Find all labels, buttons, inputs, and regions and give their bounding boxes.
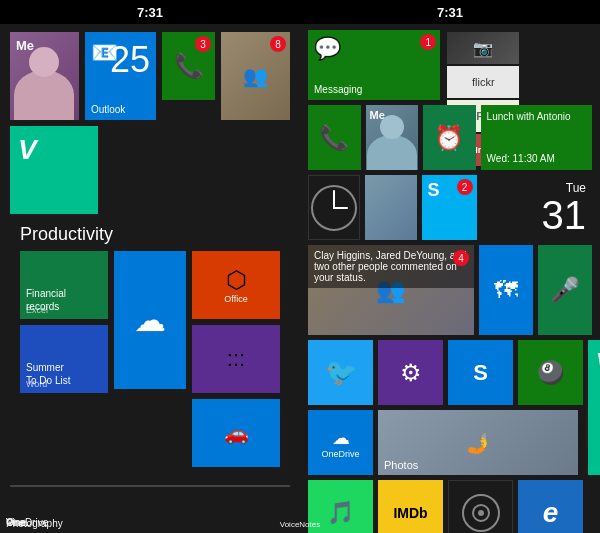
me-photo-tile[interactable] bbox=[365, 175, 417, 240]
flickr-icon: flickr bbox=[472, 76, 495, 88]
messaging-badge: 1 bbox=[420, 34, 436, 50]
left-col: Financial records Excel Summer To Do Lis… bbox=[20, 251, 108, 467]
social-photo-tile[interactable]: 👥 8 bbox=[221, 32, 290, 120]
settings-tile[interactable]: ⚙ bbox=[378, 340, 443, 405]
person-group: 👥 8 bbox=[221, 32, 290, 120]
gear-icon: ⚙ bbox=[400, 359, 422, 387]
left-tiles: Me 📧 25 Outlook 📞 3 👥 8 bbox=[0, 24, 300, 481]
status-bar-left: 7:31 bbox=[0, 0, 300, 24]
social-overlay: Clay Higgins, Jared DeYoung, and two oth… bbox=[308, 245, 474, 288]
social-badge: 4 bbox=[453, 250, 469, 266]
status-bar-right: 7:31 bbox=[300, 0, 600, 24]
messaging-label: Messaging bbox=[314, 84, 362, 95]
productivity-row: Financial records Excel Summer To Do Lis… bbox=[20, 251, 280, 467]
alarm-icon: ⏰ bbox=[434, 124, 464, 152]
excel-sub: Excel bbox=[26, 305, 48, 315]
maps-tile[interactable]: 🗺 bbox=[479, 245, 533, 335]
outlook-label: Outlook bbox=[91, 104, 125, 115]
r-row4: 👥 Clay Higgins, Jared DeYoung, and two o… bbox=[308, 245, 592, 335]
social-text: Clay Higgins, Jared DeYoung, and two oth… bbox=[314, 250, 467, 283]
ball-icon: 🎱 bbox=[537, 360, 564, 386]
photos-r-tile[interactable]: 🤳 Photos bbox=[378, 410, 578, 475]
shazam-icon: S bbox=[473, 360, 488, 386]
lunch-time: Wed: 11:30 AM bbox=[487, 153, 586, 164]
phone-tile[interactable]: 📞 3 bbox=[162, 32, 215, 100]
svg-point-5 bbox=[478, 510, 484, 516]
vine-tile[interactable]: V Vine bbox=[10, 126, 98, 214]
ball-tile[interactable]: 🎱 bbox=[518, 340, 583, 405]
map-icon: 🗺 bbox=[494, 276, 518, 304]
photo-q2: flickr bbox=[447, 66, 519, 98]
r-row2: 📞 Me ⏰ Lunch with Antonio Wed: 11:30 AM bbox=[308, 105, 592, 170]
time-left: 7:31 bbox=[137, 5, 163, 20]
left-block: 🐦 ⚙ S 🎱 ☁ OneDrive bbox=[308, 340, 583, 475]
calc-tile[interactable]: ::: bbox=[192, 325, 280, 393]
me-label: Me bbox=[16, 38, 34, 53]
messaging-tile[interactable]: 💬 1 Messaging bbox=[308, 30, 440, 100]
social-badge: 8 bbox=[270, 36, 286, 52]
photo-q1: 📷 bbox=[447, 32, 519, 64]
word-tile[interactable]: Summer To Do List Word bbox=[20, 325, 108, 393]
outlook-tile[interactable]: 📧 25 Outlook bbox=[85, 32, 156, 120]
photos-overlay: Photos bbox=[384, 459, 418, 471]
twitter-icon: 🐦 bbox=[325, 357, 357, 388]
skype-tile[interactable]: S 2 bbox=[422, 175, 476, 240]
phone-badge: 3 bbox=[195, 36, 211, 52]
skype-badge: 2 bbox=[457, 179, 473, 195]
right-col: ⬡ Office ::: 🚗 bbox=[192, 251, 280, 467]
phone-green-tile[interactable]: 📞 bbox=[308, 105, 361, 170]
cloud-icon: ☁ bbox=[134, 301, 166, 339]
r-row1: 💬 1 Messaging 📷 flickr PF Inst Photograp… bbox=[308, 30, 592, 100]
alarm-tile[interactable]: ⏰ bbox=[423, 105, 476, 170]
outlook-count: 25 bbox=[110, 42, 150, 78]
date-num: 31 bbox=[542, 195, 587, 235]
onedrive-tile[interactable]: ☁ OneDrive bbox=[114, 251, 186, 389]
calc-icon: ::: bbox=[227, 346, 245, 372]
r-row3: S 2 Tue 31 bbox=[308, 175, 592, 240]
selfie-icon: 🤳 bbox=[466, 431, 491, 455]
car-tile[interactable]: 🚗 bbox=[192, 399, 280, 467]
lunch-tile[interactable]: Lunch with Antonio Wed: 11:30 AM bbox=[481, 105, 592, 170]
messaging-icon: 💬 bbox=[314, 36, 341, 62]
right-tiles: 💬 1 Messaging 📷 flickr PF Inst Photograp… bbox=[300, 24, 600, 533]
voice-tile[interactable]: 🎤 VoiceNotes bbox=[538, 245, 592, 335]
phone-icon: 📞 bbox=[174, 52, 204, 80]
left-panel: 7:31 Me 📧 25 Outlook 📞 3 bbox=[0, 0, 300, 533]
office-label: Office bbox=[224, 294, 247, 304]
mic-icon: 🎤 bbox=[550, 276, 580, 304]
social-tile[interactable]: 👥 Clay Higgins, Jared DeYoung, and two o… bbox=[308, 245, 474, 335]
clock-svg bbox=[309, 183, 359, 233]
vine-r-logo: V bbox=[596, 348, 600, 376]
me-r-label: Me bbox=[370, 109, 385, 121]
word-sub: Word bbox=[26, 379, 47, 389]
row-combined: 🐦 ⚙ S 🎱 ☁ OneDrive bbox=[308, 340, 592, 475]
people-icon: 👥 bbox=[243, 64, 268, 88]
lunch-title: Lunch with Antonio bbox=[487, 111, 586, 122]
car-icon: 🚗 bbox=[224, 421, 249, 445]
onedrive-r-tile[interactable]: ☁ OneDrive bbox=[308, 410, 373, 475]
office-icon: ⬡ bbox=[226, 266, 247, 294]
time-right: 7:31 bbox=[437, 5, 463, 20]
shazam-tile[interactable]: S bbox=[448, 340, 513, 405]
cloud-r-icon: ☁ bbox=[332, 427, 350, 449]
skype-icon: S bbox=[427, 180, 439, 201]
right-panel: 7:31 💬 1 Messaging 📷 flickr PF I bbox=[300, 0, 600, 533]
clock-tile[interactable] bbox=[308, 175, 360, 240]
photos-label: Photos bbox=[384, 459, 418, 471]
camera-icon: 📷 bbox=[473, 39, 493, 58]
me-r-tile[interactable]: Me bbox=[366, 105, 419, 170]
me-tile[interactable]: Me bbox=[10, 32, 79, 120]
imdb-label: IMDb bbox=[393, 505, 427, 521]
office-tile[interactable]: ⬡ Office bbox=[192, 251, 280, 319]
vine-row: V Vine bbox=[10, 126, 290, 214]
excel-tile[interactable]: Financial records Excel bbox=[20, 251, 108, 319]
me-row: Me 📧 25 Outlook 📞 3 👥 8 bbox=[10, 32, 290, 120]
vine-r-tile[interactable]: V Vine bbox=[588, 340, 600, 475]
voicenotes-label: VoiceNotes bbox=[300, 520, 600, 529]
onedrive-r-label: OneDrive bbox=[321, 449, 359, 459]
left-divider bbox=[10, 485, 290, 487]
date-tile: Tue 31 bbox=[482, 175, 592, 240]
photography-tile[interactable]: 📷 flickr PF Inst Photography bbox=[445, 30, 592, 100]
twitter-tile[interactable]: 🐦 bbox=[308, 340, 373, 405]
section-productivity: Productivity bbox=[20, 224, 280, 245]
